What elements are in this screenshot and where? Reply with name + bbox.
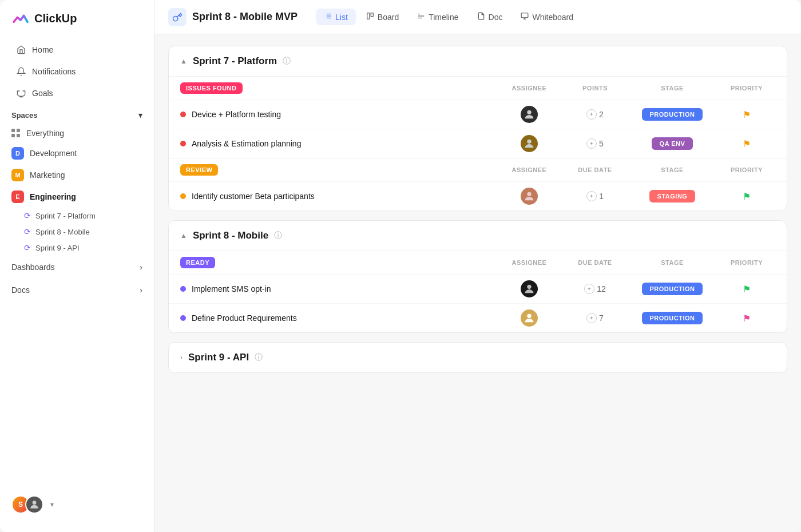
priority-flag: ⚑ <box>743 109 751 120</box>
header: Sprint 8 - Mobile MVP List Board Timelin… <box>154 0 801 34</box>
tab-doc[interactable]: Doc <box>469 9 511 25</box>
table-row[interactable]: Define Product Requirements ✦ 7 PRODUCTI… <box>169 303 787 332</box>
priority-cell: ⚑ <box>718 284 775 295</box>
stage-badge: PRODUCTION <box>642 312 703 324</box>
priority-cell: ⚑ <box>718 313 775 324</box>
col-assignee-2: ASSIGNEE <box>495 166 564 173</box>
sidebar-sprint8-label: Sprint 8 - Mobile <box>35 228 90 236</box>
assignee-cell <box>495 280 564 297</box>
sidebar-item-marketing[interactable]: M Marketing <box>0 164 154 186</box>
task-name: Device + Platform testing <box>180 110 495 119</box>
priority-flag: ⚑ <box>743 313 751 324</box>
sprint9-header: › Sprint 9 - API ⓘ <box>169 343 787 372</box>
review-badge: REVIEW <box>180 164 218 176</box>
stage-badge: STAGING <box>649 190 696 203</box>
col-stage-1: STAGE <box>626 85 718 92</box>
avatar <box>521 280 538 297</box>
sprint9-collapse-icon[interactable]: › <box>180 354 183 362</box>
sidebar-item-sprint7[interactable]: ⟳ Sprint 7 - Platform <box>0 208 154 224</box>
tab-timeline[interactable]: Timeline <box>409 9 466 25</box>
points-cell: ✦ 7 <box>564 313 626 323</box>
col-priority-1: PRIORITY <box>718 85 775 92</box>
development-badge: D <box>11 147 24 160</box>
sprint8-info-icon[interactable]: ⓘ <box>274 231 282 241</box>
col-assignee-3: ASSIGNEE <box>495 259 564 266</box>
tab-whiteboard[interactable]: Whiteboard <box>513 9 581 25</box>
points-cell: ✦ 5 <box>564 138 626 149</box>
avatar <box>521 135 538 152</box>
col-priority-3: PRIORITY <box>718 259 775 266</box>
issues-group-header: ISSUES FOUND ASSIGNEE POINTS STAGE PRIOR… <box>169 76 787 100</box>
priority-cell: ⚑ <box>718 191 775 202</box>
logo-text: ClickUp <box>34 12 77 25</box>
col-stage-3: STAGE <box>626 259 718 266</box>
clickup-logo-icon <box>11 9 30 27</box>
col-due-date-3: DUE DATE <box>564 259 626 266</box>
sprint7-info-icon[interactable]: ⓘ <box>283 56 291 66</box>
table-row[interactable]: Identify customer Beta participants ✦ 1 … <box>169 181 787 211</box>
points-icon: ✦ <box>586 313 597 323</box>
task-label: Device + Platform testing <box>192 110 281 119</box>
list-icon <box>324 12 332 22</box>
spaces-label: Spaces <box>11 111 38 120</box>
priority-flag: ⚑ <box>743 284 751 295</box>
assignee-cell <box>495 309 564 327</box>
main-content: Sprint 8 - Mobile MVP List Board Timelin… <box>154 0 801 532</box>
sidebar-item-sprint8[interactable]: ⟳ Sprint 8 - Mobile <box>0 224 154 240</box>
ready-badge: READY <box>180 257 215 268</box>
ready-group-header: READY ASSIGNEE DUE DATE STAGE PRIORITY <box>169 251 787 274</box>
sidebar-sprint7-label: Sprint 7 - Platform <box>35 212 96 220</box>
task-name: Identify customer Beta participants <box>180 192 495 201</box>
sidebar-item-goals-label: Goals <box>32 89 53 98</box>
footer-chevron[interactable]: ▾ <box>50 501 54 509</box>
sprint-card-sprint7: ▲ Sprint 7 - Platform ⓘ ISSUES FOUND ASS… <box>168 46 787 211</box>
points-icon: ✦ <box>584 284 594 294</box>
dashboards-label: Dashboards <box>11 263 55 272</box>
points-cell: ✦ 1 <box>564 191 626 201</box>
task-dot-red <box>180 141 186 146</box>
sprint7-icon: ⟳ <box>24 211 31 220</box>
col-points-1: POINTS <box>564 85 626 92</box>
svg-rect-8 <box>371 13 373 17</box>
sprint9-icon: ⟳ <box>24 243 31 252</box>
group-issues: ISSUES FOUND ASSIGNEE POINTS STAGE PRIOR… <box>169 76 787 158</box>
sprint9-info-icon[interactable]: ⓘ <box>255 352 263 363</box>
sidebar-item-goals[interactable]: Goals <box>5 82 149 104</box>
table-row[interactable]: Analysis & Estimation planning ✦ 5 QA EN… <box>169 129 787 158</box>
priority-flag: ⚑ <box>743 191 751 202</box>
spaces-collapse-icon[interactable]: ▾ <box>138 111 142 120</box>
sidebar-item-docs[interactable]: Docs › <box>0 279 154 301</box>
table-row[interactable]: Device + Platform testing ✦ 2 PRODUCTION <box>169 100 787 129</box>
header-title-area: Sprint 8 - Mobile MVP <box>168 8 298 26</box>
docs-label: Docs <box>11 285 30 295</box>
sprint8-collapse-icon[interactable]: ▲ <box>180 232 187 240</box>
sprint7-collapse-icon[interactable]: ▲ <box>180 57 187 65</box>
sidebar-item-engineering[interactable]: E Engineering <box>0 186 154 208</box>
spaces-header: Spaces ▾ <box>0 104 154 124</box>
col-priority-2: PRIORITY <box>718 166 775 173</box>
engineering-badge: E <box>11 190 24 203</box>
tab-whiteboard-label: Whiteboard <box>532 13 573 22</box>
sidebar-item-development[interactable]: D Development <box>0 142 154 164</box>
sidebar: ClickUp Home Notifications Goals Spaces … <box>0 0 154 532</box>
avatar <box>521 188 538 205</box>
board-icon <box>366 12 374 22</box>
sidebar-item-dashboards[interactable]: Dashboards › <box>0 256 154 279</box>
dashboards-chevron: › <box>140 263 142 272</box>
assignee-cell <box>495 106 564 123</box>
sidebar-item-notifications[interactable]: Notifications <box>5 61 149 82</box>
timeline-icon <box>417 12 425 22</box>
sidebar-footer: S ▾ <box>0 486 154 523</box>
whiteboard-icon <box>521 12 529 22</box>
sidebar-item-sprint9[interactable]: ⟳ Sprint 9 - API <box>0 240 154 256</box>
tab-board[interactable]: Board <box>358 9 407 25</box>
sidebar-item-development-label: Development <box>30 149 77 158</box>
tab-list[interactable]: List <box>316 9 356 25</box>
sidebar-item-home[interactable]: Home <box>5 39 149 61</box>
stage-cell: QA ENV <box>626 137 718 150</box>
tab-doc-label: Doc <box>489 13 503 22</box>
sidebar-item-everything[interactable]: Everything <box>0 124 154 142</box>
points-value: 5 <box>599 139 604 148</box>
sidebar-item-home-label: Home <box>32 45 53 54</box>
table-row[interactable]: Implement SMS opt-in ✦ 12 PRODUCTION <box>169 274 787 303</box>
